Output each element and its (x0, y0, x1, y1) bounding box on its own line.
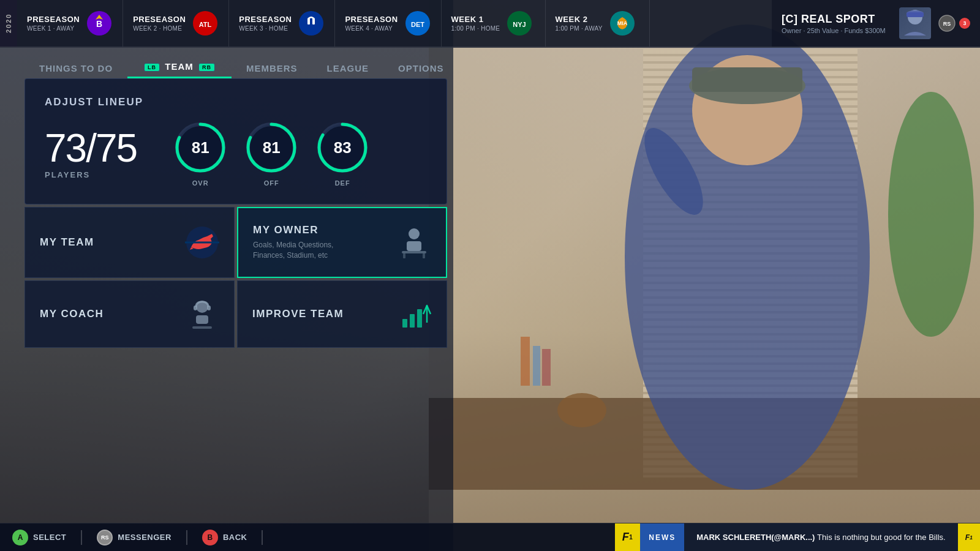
profile-name: [C] REAL SPORT (782, 13, 892, 26)
back-control[interactable]: B BACK (202, 530, 247, 545)
bottom-controls: A SELECT RS MESSENGER B BACK (0, 530, 275, 545)
svg-text:DET: DET (411, 21, 424, 28)
svg-rect-9 (521, 337, 530, 386)
rs-icon: RS (938, 15, 956, 32)
select-control[interactable]: A SELECT (12, 530, 66, 545)
owner-icon (397, 225, 431, 260)
profile-icons: RS 3 (938, 15, 970, 32)
svg-rect-20 (312, 18, 315, 24)
news-logo-left: F1 (615, 523, 641, 551)
tab-league[interactable]: LEAGUE (312, 58, 384, 78)
svg-rect-43 (423, 253, 425, 258)
off-label: OFF (264, 179, 279, 187)
team-logo-det: DET (404, 10, 431, 37)
ovr-value: 81 (192, 140, 209, 156)
svg-point-39 (409, 228, 420, 239)
svg-text:NYJ: NYJ (513, 21, 526, 28)
svg-rect-29 (907, 12, 924, 17)
profile-area: [C] REAL SPORT Owner · 25th Value · Fund… (772, 0, 980, 47)
news-logo-right: F1 (958, 523, 980, 551)
b-button: B (202, 530, 218, 545)
team-logo-atl: ATL (192, 10, 219, 37)
svg-rect-19 (307, 18, 310, 24)
menu-card-my-coach[interactable]: MY COACH (24, 280, 235, 348)
menu-card-improve-team[interactable]: IMPROVE TEAM (237, 280, 447, 348)
svg-rect-40 (407, 241, 421, 251)
svg-rect-49 (402, 319, 407, 328)
schedule-item-ps1[interactable]: PRESEASON WEEK 1 · AWAY B (17, 0, 123, 47)
svg-text:ATL: ATL (199, 21, 212, 28)
profile-sub: Owner · 25th Value · Funds $300M (782, 27, 892, 34)
players-count: 73/75 PLAYERS (45, 129, 137, 179)
team-logo-mia: MIA (609, 10, 636, 37)
a-button: A (12, 530, 28, 545)
schedule-item-w2[interactable]: WEEK 2 1:00 PM · AWAY MIA (546, 0, 650, 47)
svg-rect-11 (542, 349, 551, 386)
svg-text:RS: RS (943, 21, 951, 27)
svg-point-18 (299, 11, 323, 36)
tab-nav: THINGS TO DO LB TEAM RB MEMBERS LEAGUE O… (0, 48, 980, 78)
top-nav: 2020 PRESEASON WEEK 1 · AWAY B PRESEASON… (0, 0, 980, 48)
bottom-bar: A SELECT RS MESSENGER B BACK F1 NEWS MAR… (0, 523, 980, 551)
schedule-item-ps2[interactable]: PRESEASON WEEK 2 · HOME ATL (123, 0, 229, 47)
stat-ovr-circle: 81 (173, 121, 227, 174)
news-text: MARK SCHLERETH(@MARK...) This is nothing… (684, 523, 957, 551)
my-coach-title: MY COACH (40, 308, 104, 320)
svg-rect-42 (403, 253, 405, 258)
back-label: BACK (223, 533, 247, 542)
tab-things-to-do[interactable]: THINGS TO DO (24, 58, 127, 78)
news-label: NEWS (640, 523, 684, 551)
lineup-card[interactable]: ADJUST LINEUP 73/75 PLAYERS (24, 78, 447, 204)
news-ticker: F1 NEWS MARK SCHLERETH(@MARK...) This is… (615, 523, 980, 551)
coach-icon (185, 297, 219, 331)
schedule-item-ps3[interactable]: PRESEASON WEEK 3 · HOME (229, 0, 335, 47)
year-badge: 2020 (0, 0, 17, 47)
my-owner-title: MY OWNER (253, 224, 333, 236)
menu-card-my-owner[interactable]: MY OWNER Goals, Media Questions,Finances… (237, 207, 447, 278)
chart-up-icon (398, 297, 432, 331)
svg-rect-41 (402, 251, 426, 253)
team-logo-ind (298, 10, 325, 37)
def-value: 83 (334, 140, 352, 156)
svg-rect-46 (207, 305, 211, 310)
svg-text:MIA: MIA (617, 20, 628, 26)
menu-cards-grid: MY TEAM MY OWNER Goals, Media Ques (24, 207, 447, 348)
notification-badge: 3 (959, 18, 970, 29)
rs-button: RS (97, 530, 113, 545)
tab-options[interactable]: OPTIONS (383, 58, 459, 78)
stat-ovr-wrap: 81 OVR (173, 121, 227, 187)
lineup-title: ADJUST LINEUP (45, 96, 427, 108)
off-value: 81 (263, 140, 281, 156)
svg-rect-45 (194, 305, 197, 310)
svg-rect-51 (417, 309, 422, 328)
main-content: ADJUST LINEUP 73/75 PLAYERS (24, 78, 447, 348)
stat-circles: 81 OVR 81 (173, 121, 369, 187)
team-logo-bal: B (86, 10, 113, 37)
svg-rect-50 (410, 314, 415, 328)
messenger-control[interactable]: RS MESSENGER (97, 530, 172, 545)
svg-text:B: B (96, 19, 102, 29)
players-label: PLAYERS (45, 170, 137, 179)
menu-card-my-team[interactable]: MY TEAM (24, 207, 235, 278)
profile-avatar (899, 7, 931, 39)
players-number: 73/75 (45, 129, 137, 168)
svg-point-8 (557, 393, 606, 427)
control-separator-2 (186, 530, 187, 545)
control-separator-1 (81, 530, 82, 545)
my-team-title: MY TEAM (40, 236, 94, 249)
news-author: MARK SCHLERETH(@MARK...) (696, 533, 815, 542)
messenger-label: MESSENGER (118, 533, 172, 542)
stat-off-wrap: 81 OFF (244, 121, 298, 187)
my-owner-desc: Goals, Media Questions,Finances, Stadium… (253, 240, 333, 261)
tab-members[interactable]: MEMBERS (232, 58, 312, 78)
schedule-item-ps4[interactable]: PRESEASON WEEK 4 · AWAY DET (335, 0, 441, 47)
tab-team[interactable]: LB TEAM RB (127, 56, 232, 78)
stat-def-wrap: 83 DEF (315, 121, 369, 187)
svg-rect-48 (192, 326, 212, 329)
schedule-item-w1[interactable]: WEEK 1 1:00 PM · HOME NYJ (442, 0, 546, 47)
ovr-label: OVR (192, 179, 209, 187)
select-label: SELECT (33, 533, 66, 542)
improve-team-title: IMPROVE TEAM (252, 308, 344, 320)
news-content: This is nothing but good for the Bills. (817, 533, 946, 542)
svg-rect-10 (533, 346, 540, 386)
